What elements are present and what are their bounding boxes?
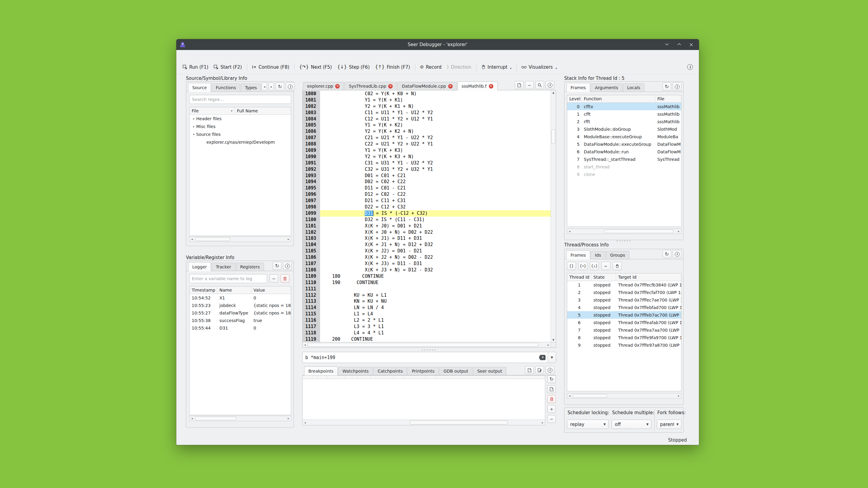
tab-close-icon[interactable]: ✕ bbox=[489, 84, 493, 89]
line-number[interactable]: 1092 bbox=[303, 166, 320, 173]
stack-frame-row[interactable]: 6 DataFlowModule::run DataFlowM bbox=[567, 148, 681, 156]
scroll-up-icon[interactable]: ▲ bbox=[551, 90, 556, 95]
menu-item[interactable] bbox=[216, 54, 223, 57]
scroll-right-icon[interactable]: ▸ bbox=[286, 238, 291, 241]
line-number[interactable]: 1102 bbox=[303, 229, 320, 235]
column-header[interactable]: File bbox=[655, 95, 681, 102]
code-line[interactable]: 1103 X(K + J1) = D11 + D31 bbox=[303, 235, 551, 241]
logger-row[interactable]: 10:55:27 dataFlowType {static npos = 18 bbox=[190, 309, 291, 317]
tab-scroll-right-button[interactable]: ▸ bbox=[269, 83, 274, 91]
menu-item[interactable] bbox=[179, 54, 187, 57]
tab[interactable]: Groups bbox=[606, 251, 629, 259]
line-number[interactable]: 1119 bbox=[303, 336, 320, 342]
code-line[interactable]: 1115 L1 = L4 bbox=[303, 311, 551, 317]
thread-row[interactable]: 8 stopped Thread 0x7fffe9fa9700 (LWP 1 bbox=[567, 334, 681, 341]
column-header[interactable] bbox=[303, 376, 318, 379]
fork-follows-select[interactable]: parent ▼ bbox=[657, 420, 681, 429]
tab-close-icon[interactable]: ✕ bbox=[388, 84, 393, 89]
column-header[interactable]: Name bbox=[217, 287, 251, 294]
tab[interactable]: Locals bbox=[623, 84, 645, 92]
tab[interactable]: Breakpoints bbox=[304, 366, 338, 375]
line-number[interactable]: 1099 bbox=[303, 210, 320, 217]
variable-log-input[interactable] bbox=[189, 274, 267, 283]
tree-expand-icon[interactable]: ▸ bbox=[191, 117, 196, 120]
search-button[interactable] bbox=[535, 81, 544, 89]
column-header[interactable] bbox=[358, 376, 371, 379]
code-line[interactable]: 1099 D31 = IS * (-C12 + C32) bbox=[303, 210, 551, 217]
line-number[interactable]: 1101 bbox=[303, 223, 320, 229]
finish-button[interactable]: {↑} Finish (F7) bbox=[373, 63, 413, 72]
code-line[interactable]: 1085 Y1 = Y(K + K2) bbox=[303, 122, 551, 128]
code-line[interactable]: 1083 C11 = U11 * Y1 - U12 * Y2 bbox=[303, 110, 551, 116]
stack-frame-row[interactable]: 7 SysThread::_startThread SysThread bbox=[567, 156, 681, 163]
line-number[interactable]: 1118 bbox=[303, 330, 320, 336]
tree-item[interactable]: ▾ Source files bbox=[190, 130, 291, 138]
column-header[interactable] bbox=[318, 376, 327, 379]
thread-step-button[interactable]: {↓} bbox=[590, 262, 599, 270]
line-number[interactable]: 1114 bbox=[303, 304, 320, 311]
line-number[interactable]: 1081 bbox=[303, 97, 320, 103]
refresh-button[interactable]: ↻ bbox=[662, 83, 671, 91]
tab[interactable]: Watchpoints bbox=[338, 367, 373, 375]
code-line[interactable]: 1091 C31 = U31 * Y1 - U32 * Y2 bbox=[303, 160, 551, 166]
line-number[interactable]: 1097 bbox=[303, 198, 320, 204]
column-header-file[interactable]: File▾ bbox=[190, 107, 235, 115]
scroll-left-icon[interactable]: ◂ bbox=[303, 344, 307, 347]
menu-item[interactable] bbox=[187, 54, 194, 57]
code-line[interactable]: 1080 C02 = Y(K + K0 + N) bbox=[303, 91, 551, 97]
tree-item[interactable]: ▸ Misc files bbox=[190, 123, 291, 130]
search-input[interactable] bbox=[189, 95, 291, 104]
line-number[interactable]: 1109 bbox=[303, 273, 320, 280]
line-number[interactable]: 1095 bbox=[303, 185, 320, 191]
record-button[interactable]: ⊘ Record bbox=[417, 63, 444, 72]
code-line[interactable]: 1092 C32 = U31 * Y2 + U32 * Y1 bbox=[303, 166, 551, 173]
refresh-button[interactable]: ↻ bbox=[273, 262, 281, 270]
column-header[interactable] bbox=[394, 376, 404, 379]
tree-item[interactable]: ▸ Header files bbox=[190, 115, 291, 123]
line-number[interactable]: 1112 bbox=[303, 292, 320, 298]
editor-tab[interactable]: SysThreadLib.cpp ✕ bbox=[344, 82, 397, 90]
delete-all-button[interactable] bbox=[281, 274, 289, 283]
editor-hscrollbar[interactable]: ◂ ▸ bbox=[303, 342, 551, 347]
column-header[interactable]: Timestamp bbox=[190, 287, 217, 294]
code-line[interactable]: 1095 D11 = C01 - C21 bbox=[303, 185, 551, 191]
line-number[interactable]: 1115 bbox=[303, 311, 320, 317]
menu-item[interactable] bbox=[194, 54, 201, 57]
maximize-button[interactable] bbox=[677, 43, 681, 46]
step-button[interactable]: {↓} Step (F6) bbox=[335, 63, 372, 72]
scroll-right-icon[interactable]: ▸ bbox=[676, 394, 681, 397]
editor-tab[interactable]: DataFlowModule.cpp ✕ bbox=[398, 82, 457, 90]
code-line[interactable]: 1086 Y2 = Y(K + K2 + N) bbox=[303, 128, 551, 135]
line-number[interactable]: 1084 bbox=[303, 116, 320, 122]
code-line[interactable]: 1112 KU = KU + L1 bbox=[303, 292, 551, 298]
schedule-multiple-select[interactable]: off ▼ bbox=[612, 420, 651, 429]
code-line[interactable]: 1097 D21 = C11 + C31 bbox=[303, 198, 551, 204]
code-line[interactable]: 1087 C21 = U21 * Y1 - U22 * Y2 bbox=[303, 135, 551, 141]
stack-frame-row[interactable]: 1 cfft sssMathlib bbox=[567, 110, 681, 118]
tab-scroll-left-button[interactable]: ◂ bbox=[261, 83, 267, 91]
menu-item[interactable] bbox=[208, 54, 216, 57]
column-header[interactable] bbox=[436, 376, 545, 379]
line-number[interactable]: 1085 bbox=[303, 122, 320, 128]
thread-row[interactable]: 5 stopped Thread 0x7fffeb7ac700 (LWP 1 bbox=[567, 311, 681, 319]
thread-row[interactable]: 6 stopped Thread 0x7fffeafab700 (LWP 1 bbox=[567, 319, 681, 326]
tab[interactable]: Functions bbox=[212, 84, 240, 92]
line-number[interactable]: 1113 bbox=[303, 298, 320, 304]
code-line[interactable]: 1093 D01 = C01 + C21 bbox=[303, 173, 551, 179]
tab[interactable]: Frames bbox=[566, 250, 590, 259]
gdb-command-combo[interactable]: b *main+199 ✕ ▼ bbox=[302, 352, 556, 363]
line-number[interactable]: 1103 bbox=[303, 235, 320, 241]
source-tree-hscrollbar[interactable]: ◂ ▸ bbox=[189, 236, 291, 242]
combo-dropdown-icon[interactable]: ▼ bbox=[548, 352, 556, 363]
thread-finish-button[interactable]: ↦ bbox=[601, 262, 610, 270]
save-file-button[interactable] bbox=[535, 366, 544, 374]
visualizers-button[interactable]: Visualizers ▾ bbox=[519, 63, 560, 72]
code-line[interactable]: 1105 X(K + J2) = D01 - D21 bbox=[303, 248, 551, 254]
line-number[interactable]: 1088 bbox=[303, 141, 320, 147]
scheduler-locking-select[interactable]: replay ▼ bbox=[567, 420, 609, 429]
tab[interactable]: Frames bbox=[566, 83, 590, 92]
tab[interactable]: Seer output bbox=[473, 367, 506, 375]
info-button[interactable]: i bbox=[673, 250, 681, 258]
code-line[interactable]: 1101 X(K + J0) = D01 + D21 bbox=[303, 223, 551, 229]
add-breakpoint-file-button[interactable] bbox=[547, 385, 556, 393]
